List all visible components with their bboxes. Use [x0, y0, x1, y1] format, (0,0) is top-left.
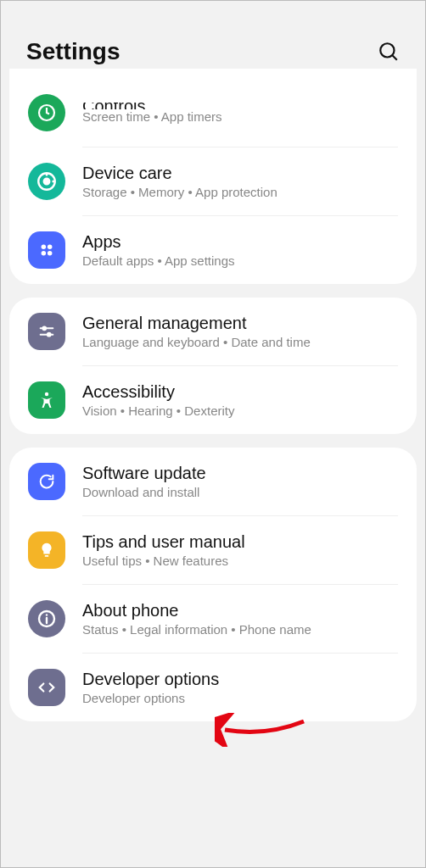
controls-icon	[28, 94, 65, 131]
item-text: About phone Status • Legal information •…	[82, 601, 398, 637]
svg-point-4	[44, 179, 50, 185]
svg-rect-14	[45, 555, 49, 557]
svg-point-5	[42, 245, 47, 250]
settings-group: Software update Download and install Tip…	[9, 448, 417, 721]
svg-point-12	[48, 333, 51, 337]
svg-point-13	[45, 392, 48, 396]
item-text: Apps Default apps • App settings	[82, 232, 398, 268]
item-title: About phone	[82, 601, 398, 620]
info-icon	[28, 600, 65, 637]
item-subtitle: Storage • Memory • App protection	[82, 185, 398, 199]
page-title: Settings	[26, 38, 120, 65]
item-title: Software update	[82, 464, 398, 483]
item-title: Apps	[82, 232, 398, 252]
item-title: Device care	[82, 164, 398, 183]
svg-point-10	[42, 327, 46, 331]
item-subtitle: Status • Legal information • Phone name	[82, 622, 398, 637]
settings-content: Controls Screen time • App timers Device…	[1, 69, 425, 721]
item-subtitle: Vision • Hearing • Dexterity	[82, 403, 398, 418]
settings-group: Controls Screen time • App timers Device…	[9, 69, 417, 284]
update-icon	[28, 463, 65, 500]
item-text: General management Language and keyboard…	[82, 314, 398, 349]
svg-point-7	[42, 251, 47, 256]
item-text: Accessibility Vision • Hearing • Dexteri…	[82, 382, 398, 418]
item-text: Developer options Developer options	[82, 670, 398, 705]
item-text: Controls Screen time • App timers	[82, 103, 398, 124]
settings-item-about-phone[interactable]: About phone Status • Legal information •…	[9, 585, 417, 653]
item-subtitle: Screen time • App timers	[82, 109, 398, 124]
settings-item-developer-options[interactable]: Developer options Developer options	[9, 654, 417, 721]
item-title: Accessibility	[82, 382, 398, 402]
item-title: Controls	[82, 103, 398, 109]
item-text: Software update Download and install	[82, 464, 398, 499]
svg-point-8	[48, 251, 52, 256]
item-title: Tips and user manual	[82, 532, 398, 552]
code-icon	[28, 669, 65, 706]
settings-item-controls[interactable]: Controls Screen time • App timers	[9, 79, 417, 147]
settings-item-device-care[interactable]: Device care Storage • Memory • App prote…	[9, 147, 417, 215]
svg-line-1	[392, 55, 396, 59]
apps-icon	[28, 231, 65, 269]
item-text: Tips and user manual Useful tips • New f…	[82, 532, 398, 568]
settings-item-tips[interactable]: Tips and user manual Useful tips • New f…	[9, 516, 417, 584]
sliders-icon	[28, 313, 65, 350]
item-title: General management	[82, 314, 398, 333]
device-care-icon	[28, 163, 65, 200]
item-subtitle: Download and install	[82, 485, 398, 499]
settings-item-apps[interactable]: Apps Default apps • App settings	[9, 216, 417, 284]
item-subtitle: Developer options	[82, 691, 398, 705]
item-subtitle: Useful tips • New features	[82, 554, 398, 568]
accessibility-icon	[28, 381, 65, 419]
svg-point-6	[48, 245, 52, 250]
item-subtitle: Default apps • App settings	[82, 253, 398, 268]
item-subtitle: Language and keyboard • Date and time	[82, 335, 398, 349]
svg-point-17	[46, 614, 48, 615]
lightbulb-icon	[28, 531, 65, 569]
search-icon[interactable]	[378, 41, 400, 63]
item-title: Developer options	[82, 670, 398, 689]
settings-group: General management Language and keyboard…	[9, 298, 417, 434]
settings-item-software-update[interactable]: Software update Download and install	[9, 448, 417, 515]
svg-point-0	[380, 43, 394, 57]
item-text: Device care Storage • Memory • App prote…	[82, 164, 398, 199]
settings-item-general-management[interactable]: General management Language and keyboard…	[9, 298, 417, 365]
settings-item-accessibility[interactable]: Accessibility Vision • Hearing • Dexteri…	[9, 366, 417, 434]
